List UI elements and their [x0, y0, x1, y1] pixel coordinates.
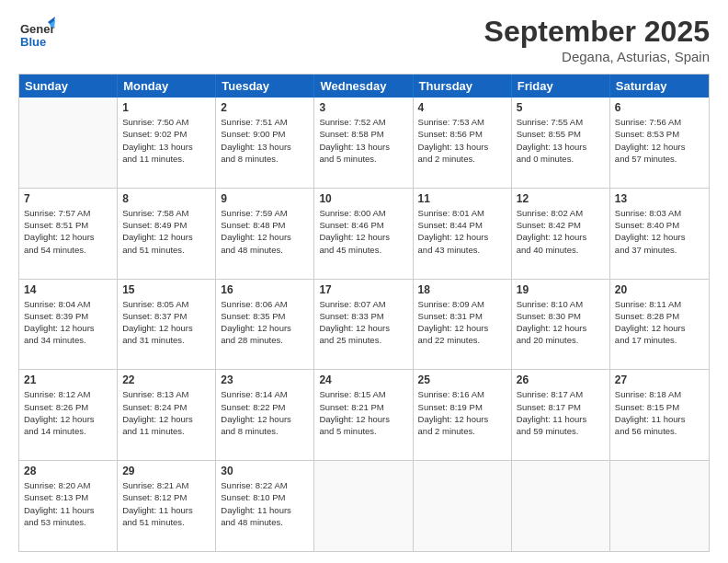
- day-number: 26: [517, 373, 605, 386]
- calendar-cell-w4-d3: 23Sunrise: 8:14 AM Sunset: 8:22 PM Dayli…: [216, 370, 314, 460]
- calendar-cell-w1-d6: 5Sunrise: 7:55 AM Sunset: 8:55 PM Daylig…: [512, 98, 610, 188]
- cell-content: Sunrise: 7:57 AM Sunset: 8:51 PM Dayligh…: [24, 207, 112, 256]
- calendar-cell-w3-d4: 17Sunrise: 8:07 AM Sunset: 8:33 PM Dayli…: [314, 280, 413, 370]
- day-number: 23: [221, 373, 309, 386]
- calendar-cell-w4-d7: 27Sunrise: 8:18 AM Sunset: 8:15 PM Dayli…: [610, 370, 709, 460]
- day-number: 19: [517, 283, 605, 296]
- day-number: 1: [122, 101, 210, 114]
- calendar-cell-w2-d3: 9Sunrise: 7:59 AM Sunset: 8:48 PM Daylig…: [216, 189, 314, 279]
- cell-content: Sunrise: 7:53 AM Sunset: 8:56 PM Dayligh…: [418, 116, 506, 165]
- day-number: 27: [615, 373, 704, 386]
- calendar-cell-w5-d4: [314, 461, 413, 551]
- cell-content: Sunrise: 8:10 AM Sunset: 8:30 PM Dayligh…: [517, 298, 605, 347]
- calendar-cell-w4-d1: 21Sunrise: 8:12 AM Sunset: 8:26 PM Dayli…: [19, 370, 118, 460]
- calendar-cell-w2-d1: 7Sunrise: 7:57 AM Sunset: 8:51 PM Daylig…: [19, 189, 118, 279]
- day-number: 22: [122, 373, 210, 386]
- cell-content: Sunrise: 8:03 AM Sunset: 8:40 PM Dayligh…: [615, 207, 704, 256]
- header: General Blue September 2025 Degana, Astu…: [18, 15, 710, 64]
- month-title: September 2025: [484, 15, 710, 49]
- calendar-cell-w4-d4: 24Sunrise: 8:15 AM Sunset: 8:21 PM Dayli…: [314, 370, 413, 460]
- header-day-monday: Monday: [118, 75, 216, 98]
- calendar-cell-w1-d3: 2Sunrise: 7:51 AM Sunset: 9:00 PM Daylig…: [216, 98, 314, 188]
- calendar-cell-w3-d1: 14Sunrise: 8:04 AM Sunset: 8:39 PM Dayli…: [19, 280, 118, 370]
- day-number: 24: [319, 373, 407, 386]
- cell-content: Sunrise: 8:12 AM Sunset: 8:26 PM Dayligh…: [24, 388, 112, 437]
- day-number: 14: [24, 283, 112, 296]
- calendar-cell-w2-d4: 10Sunrise: 8:00 AM Sunset: 8:46 PM Dayli…: [314, 189, 413, 279]
- calendar-cell-w3-d2: 15Sunrise: 8:05 AM Sunset: 8:37 PM Dayli…: [118, 280, 216, 370]
- cell-content: Sunrise: 8:16 AM Sunset: 8:19 PM Dayligh…: [418, 388, 506, 437]
- cell-content: Sunrise: 8:17 AM Sunset: 8:17 PM Dayligh…: [517, 388, 605, 437]
- calendar-cell-w3-d5: 18Sunrise: 8:09 AM Sunset: 8:31 PM Dayli…: [414, 280, 512, 370]
- calendar-cell-w1-d4: 3Sunrise: 7:52 AM Sunset: 8:58 PM Daylig…: [314, 98, 413, 188]
- day-number: 9: [221, 192, 309, 205]
- cell-content: Sunrise: 8:00 AM Sunset: 8:46 PM Dayligh…: [319, 207, 407, 256]
- cell-content: Sunrise: 8:18 AM Sunset: 8:15 PM Dayligh…: [615, 388, 704, 437]
- day-number: 8: [122, 192, 210, 205]
- day-number: 3: [319, 101, 407, 114]
- calendar-header: SundayMondayTuesdayWednesdayThursdayFrid…: [19, 75, 709, 98]
- cell-content: Sunrise: 8:04 AM Sunset: 8:39 PM Dayligh…: [24, 298, 112, 347]
- cell-content: Sunrise: 8:21 AM Sunset: 8:12 PM Dayligh…: [122, 479, 210, 528]
- day-number: 20: [615, 283, 704, 296]
- cell-content: Sunrise: 8:06 AM Sunset: 8:35 PM Dayligh…: [221, 298, 309, 347]
- calendar-week-1: 1Sunrise: 7:50 AM Sunset: 9:02 PM Daylig…: [19, 98, 709, 189]
- cell-content: Sunrise: 7:59 AM Sunset: 8:48 PM Dayligh…: [221, 207, 309, 256]
- cell-content: Sunrise: 7:51 AM Sunset: 9:00 PM Dayligh…: [221, 116, 309, 165]
- calendar-week-5: 28Sunrise: 8:20 AM Sunset: 8:13 PM Dayli…: [19, 461, 709, 551]
- svg-text:Blue: Blue: [20, 35, 46, 49]
- calendar-body: 1Sunrise: 7:50 AM Sunset: 9:02 PM Daylig…: [19, 98, 709, 551]
- day-number: 15: [122, 283, 210, 296]
- cell-content: Sunrise: 8:13 AM Sunset: 8:24 PM Dayligh…: [122, 388, 210, 437]
- cell-content: Sunrise: 8:02 AM Sunset: 8:42 PM Dayligh…: [517, 207, 605, 256]
- cell-content: Sunrise: 7:58 AM Sunset: 8:49 PM Dayligh…: [122, 207, 210, 256]
- day-number: 29: [122, 465, 210, 477]
- page-container: General Blue September 2025 Degana, Astu…: [0, 0, 728, 563]
- calendar-cell-w5-d7: [610, 461, 709, 551]
- cell-content: Sunrise: 7:55 AM Sunset: 8:55 PM Dayligh…: [517, 116, 605, 165]
- calendar-cell-w4-d5: 25Sunrise: 8:16 AM Sunset: 8:19 PM Dayli…: [414, 370, 512, 460]
- cell-content: Sunrise: 8:22 AM Sunset: 8:10 PM Dayligh…: [221, 479, 309, 528]
- day-number: 4: [418, 101, 506, 114]
- cell-content: Sunrise: 8:20 AM Sunset: 8:13 PM Dayligh…: [24, 479, 112, 528]
- cell-content: Sunrise: 8:01 AM Sunset: 8:44 PM Dayligh…: [418, 207, 506, 256]
- calendar-cell-w5-d1: 28Sunrise: 8:20 AM Sunset: 8:13 PM Dayli…: [19, 461, 118, 551]
- header-day-thursday: Thursday: [414, 75, 512, 98]
- calendar-week-4: 21Sunrise: 8:12 AM Sunset: 8:26 PM Dayli…: [19, 370, 709, 461]
- cell-content: Sunrise: 8:14 AM Sunset: 8:22 PM Dayligh…: [221, 388, 309, 437]
- day-number: 2: [221, 101, 309, 114]
- day-number: 28: [24, 465, 112, 477]
- calendar-cell-w4-d2: 22Sunrise: 8:13 AM Sunset: 8:24 PM Dayli…: [118, 370, 216, 460]
- calendar-cell-w1-d1: [19, 98, 118, 188]
- day-number: 21: [24, 373, 112, 386]
- day-number: 13: [615, 192, 704, 205]
- calendar-cell-w1-d5: 4Sunrise: 7:53 AM Sunset: 8:56 PM Daylig…: [414, 98, 512, 188]
- calendar-cell-w5-d5: [414, 461, 512, 551]
- header-day-friday: Friday: [512, 75, 610, 98]
- calendar-cell-w5-d6: [512, 461, 610, 551]
- cell-content: Sunrise: 8:11 AM Sunset: 8:28 PM Dayligh…: [615, 298, 704, 347]
- day-number: 7: [24, 192, 112, 205]
- cell-content: Sunrise: 8:09 AM Sunset: 8:31 PM Dayligh…: [418, 298, 506, 347]
- logo-icon: General Blue: [18, 15, 55, 52]
- day-number: 17: [319, 283, 407, 296]
- calendar-cell-w5-d2: 29Sunrise: 8:21 AM Sunset: 8:12 PM Dayli…: [118, 461, 216, 551]
- day-number: 30: [221, 465, 309, 477]
- calendar-cell-w5-d3: 30Sunrise: 8:22 AM Sunset: 8:10 PM Dayli…: [216, 461, 314, 551]
- cell-content: Sunrise: 7:50 AM Sunset: 9:02 PM Dayligh…: [122, 116, 210, 165]
- cell-content: Sunrise: 8:07 AM Sunset: 8:33 PM Dayligh…: [319, 298, 407, 347]
- header-day-sunday: Sunday: [19, 75, 118, 98]
- calendar-cell-w1-d7: 6Sunrise: 7:56 AM Sunset: 8:53 PM Daylig…: [610, 98, 709, 188]
- logo: General Blue: [18, 15, 55, 55]
- calendar-cell-w3-d3: 16Sunrise: 8:06 AM Sunset: 8:35 PM Dayli…: [216, 280, 314, 370]
- calendar-cell-w2-d7: 13Sunrise: 8:03 AM Sunset: 8:40 PM Dayli…: [610, 189, 709, 279]
- day-number: 10: [319, 192, 407, 205]
- day-number: 5: [517, 101, 605, 114]
- location-subtitle: Degana, Asturias, Spain: [484, 49, 710, 64]
- cell-content: Sunrise: 8:15 AM Sunset: 8:21 PM Dayligh…: [319, 388, 407, 437]
- header-day-wednesday: Wednesday: [314, 75, 413, 98]
- calendar-cell-w2-d5: 11Sunrise: 8:01 AM Sunset: 8:44 PM Dayli…: [414, 189, 512, 279]
- calendar-cell-w2-d6: 12Sunrise: 8:02 AM Sunset: 8:42 PM Dayli…: [512, 189, 610, 279]
- calendar-cell-w3-d6: 19Sunrise: 8:10 AM Sunset: 8:30 PM Dayli…: [512, 280, 610, 370]
- cell-content: Sunrise: 7:56 AM Sunset: 8:53 PM Dayligh…: [615, 116, 704, 165]
